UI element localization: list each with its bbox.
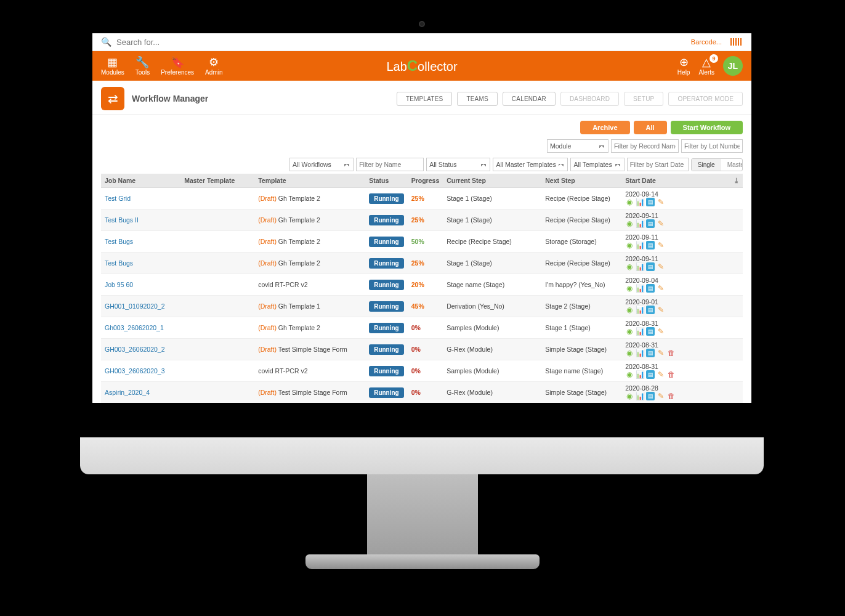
- card-icon[interactable]: ▤: [646, 370, 655, 379]
- card-icon[interactable]: ▤: [646, 327, 655, 336]
- current-step-cell: Stage name (Stage): [443, 274, 541, 296]
- delete-icon[interactable]: 🗑: [667, 392, 676, 400]
- view-icon[interactable]: ◉: [625, 392, 634, 400]
- col-current-step[interactable]: Current Step: [443, 174, 541, 188]
- stats-icon[interactable]: 📊: [636, 370, 644, 379]
- job-link[interactable]: Aspirin_2020_4: [105, 389, 150, 396]
- stats-icon[interactable]: 📊: [636, 392, 644, 400]
- nav-help[interactable]: ⊕Help: [677, 57, 690, 76]
- webcam: [419, 21, 425, 27]
- toggle-master[interactable]: Master: [721, 159, 743, 171]
- barcode-label[interactable]: Barcode...: [691, 38, 722, 46]
- start-workflow-button[interactable]: Start Workflow: [671, 121, 743, 134]
- view-icon[interactable]: ◉: [625, 284, 634, 293]
- card-icon[interactable]: ▤: [646, 262, 655, 271]
- edit-icon[interactable]: ✎: [657, 370, 665, 379]
- card-icon[interactable]: ▤: [646, 241, 655, 249]
- col-job-name[interactable]: Job Name: [101, 174, 180, 188]
- archive-button[interactable]: Archive: [580, 121, 629, 134]
- col-status[interactable]: Status: [365, 174, 408, 188]
- edit-icon[interactable]: ✎: [657, 392, 665, 400]
- nav-alerts-label: Alerts: [698, 69, 714, 76]
- col-master-template[interactable]: Master Template: [180, 174, 254, 188]
- workflows-select[interactable]: All Workflows: [289, 158, 354, 171]
- edit-icon[interactable]: ✎: [657, 306, 665, 314]
- nav-preferences[interactable]: 🔖Preferences: [161, 57, 194, 76]
- tab-setup[interactable]: SETUP: [624, 92, 663, 106]
- nav-tools[interactable]: 🔧Tools: [135, 57, 150, 76]
- action-bar: Archive All Start Workflow: [92, 115, 751, 137]
- stats-icon[interactable]: 📊: [636, 327, 644, 336]
- stats-icon[interactable]: 📊: [636, 198, 644, 206]
- job-link[interactable]: Gh003_26062020_1: [105, 324, 164, 331]
- card-icon[interactable]: ▤: [646, 198, 655, 206]
- edit-icon[interactable]: ✎: [657, 262, 665, 271]
- col-start-date[interactable]: Start Date⤓: [621, 174, 743, 188]
- edit-icon[interactable]: ✎: [657, 219, 665, 228]
- card-icon[interactable]: ▤: [646, 306, 655, 314]
- module-select[interactable]: Module: [547, 139, 608, 153]
- record-name-filter[interactable]: [611, 139, 679, 153]
- view-icon[interactable]: ◉: [625, 262, 634, 271]
- tab-templates[interactable]: TEMPLATES: [397, 92, 453, 106]
- view-icon[interactable]: ◉: [625, 327, 634, 336]
- edit-icon[interactable]: ✎: [657, 198, 665, 206]
- edit-icon[interactable]: ✎: [657, 284, 665, 293]
- master-cell: [180, 339, 254, 360]
- job-link[interactable]: GH001_01092020_2: [105, 302, 165, 310]
- stats-icon[interactable]: 📊: [636, 241, 644, 249]
- view-icon[interactable]: ◉: [625, 306, 634, 314]
- status-select[interactable]: All Status: [426, 158, 490, 171]
- delete-icon[interactable]: 🗑: [667, 349, 676, 357]
- master-template-select[interactable]: All Master Templates: [493, 158, 568, 171]
- user-avatar[interactable]: JL: [723, 56, 743, 76]
- search-input[interactable]: [116, 38, 686, 47]
- view-icon[interactable]: ◉: [625, 219, 634, 228]
- job-link[interactable]: GH003_26062020_3: [105, 367, 165, 375]
- delete-icon[interactable]: 🗑: [667, 370, 676, 379]
- start-date-filter[interactable]: [627, 158, 689, 171]
- edit-icon[interactable]: ✎: [657, 327, 665, 336]
- view-icon[interactable]: ◉: [625, 349, 634, 357]
- barcode-icon[interactable]: [730, 38, 743, 46]
- stats-icon[interactable]: 📊: [636, 306, 644, 314]
- card-icon[interactable]: ▤: [646, 219, 655, 228]
- card-icon[interactable]: ▤: [646, 284, 655, 293]
- row-actions: ◉📊▤✎: [625, 241, 739, 249]
- view-icon[interactable]: ◉: [625, 241, 634, 249]
- next-step-cell: Recipe (Recipe Stage): [541, 209, 621, 231]
- card-icon[interactable]: ▤: [646, 392, 655, 400]
- job-link[interactable]: Test Grid: [105, 195, 131, 202]
- job-link[interactable]: GH003_26062020_2: [105, 346, 165, 353]
- edit-icon[interactable]: ✎: [657, 349, 665, 357]
- nav-admin[interactable]: ⚙Admin: [205, 57, 222, 76]
- col-template[interactable]: Template: [254, 174, 365, 188]
- job-link[interactable]: Job 95 60: [105, 281, 133, 288]
- tab-teams[interactable]: TEAMS: [457, 92, 497, 106]
- stats-icon[interactable]: 📊: [636, 262, 644, 271]
- download-icon[interactable]: ⤓: [734, 177, 739, 184]
- view-icon[interactable]: ◉: [625, 370, 634, 379]
- tab-calendar[interactable]: CALENDAR: [503, 92, 556, 106]
- view-icon[interactable]: ◉: [625, 198, 634, 206]
- tab-dashboard[interactable]: DASHBOARD: [560, 92, 619, 106]
- stats-icon[interactable]: 📊: [636, 219, 644, 228]
- edit-icon[interactable]: ✎: [657, 241, 665, 249]
- toggle-single[interactable]: Single: [692, 159, 721, 171]
- nav-modules[interactable]: ▦Modules: [101, 57, 124, 76]
- col-progress[interactable]: Progress: [408, 174, 443, 188]
- name-filter[interactable]: [356, 158, 424, 171]
- col-next-step[interactable]: Next Step: [541, 174, 621, 188]
- all-button[interactable]: All: [634, 121, 667, 134]
- templates-select[interactable]: All Templates: [570, 158, 624, 171]
- stats-icon[interactable]: 📊: [636, 284, 644, 293]
- card-icon[interactable]: ▤: [646, 349, 655, 357]
- job-link[interactable]: Test Bugs II: [105, 216, 139, 224]
- lot-number-filter[interactable]: [681, 139, 743, 153]
- next-step-cell: Recipe (Recipe Stage): [541, 188, 621, 209]
- job-link[interactable]: Test Bugs: [105, 238, 133, 245]
- job-link[interactable]: Test Bugs: [105, 259, 133, 267]
- stats-icon[interactable]: 📊: [636, 349, 644, 357]
- tab-operator-mode[interactable]: OPERATOR MODE: [668, 92, 743, 106]
- nav-alerts[interactable]: △9Alerts: [698, 57, 714, 76]
